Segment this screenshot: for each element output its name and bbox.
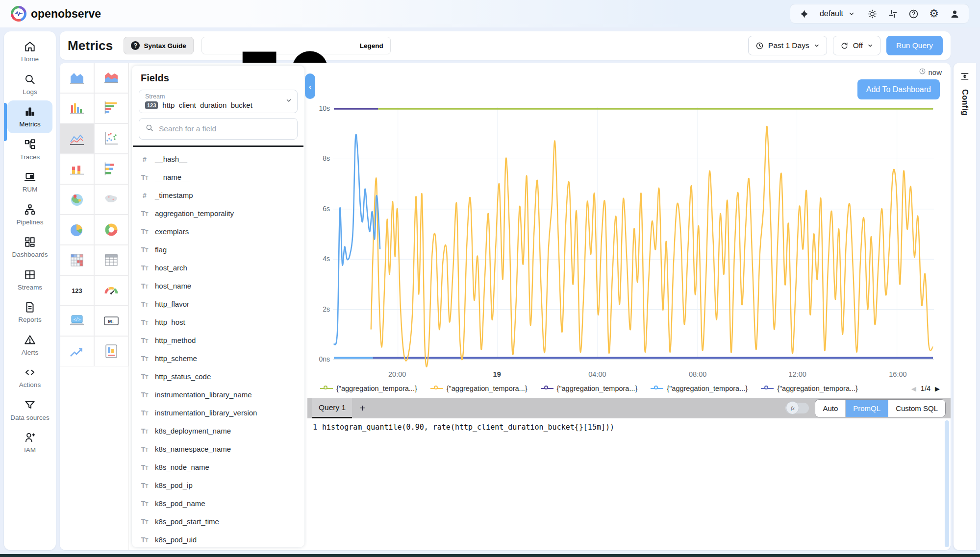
chart-type-donut-icon[interactable] — [94, 215, 128, 245]
sidebar-item-home[interactable]: Home — [4, 35, 56, 68]
chart-type-h-stacked-bar-icon[interactable] — [94, 154, 128, 184]
legend-item-1[interactable]: {"aggregation_tempora...} — [320, 385, 417, 392]
query-mode-auto[interactable]: Auto — [815, 400, 845, 417]
field-item-__hash__[interactable]: #__hash__ — [132, 150, 304, 168]
field-item-k8s_pod_uid[interactable]: TTk8s_pod_uid — [132, 531, 304, 547]
field-item-k8s_deployment_name[interactable]: TTk8s_deployment_name — [132, 422, 304, 440]
actions-icon — [24, 366, 36, 379]
field-item-k8s_pod_ip[interactable]: TTk8s_pod_ip — [132, 476, 304, 494]
field-item-http_flavor[interactable]: TThttp_flavor — [132, 295, 304, 313]
sidebar-item-traces[interactable]: Traces — [4, 133, 56, 166]
chart-type-html-icon[interactable]: </> — [60, 306, 94, 336]
user-avatar-icon[interactable] — [949, 8, 960, 19]
field-search[interactable] — [139, 118, 298, 140]
sidebar-item-metrics[interactable]: Metrics — [7, 100, 52, 133]
vrl-function-toggle[interactable]: fx — [785, 403, 809, 413]
legend-item-2[interactable]: {"aggregation_tempora...} — [430, 385, 528, 392]
sidebar-item-pipelines[interactable]: Pipelines — [4, 198, 56, 231]
field-item-instrumentation_library_name[interactable]: TTinstrumentation_library_name — [132, 386, 304, 404]
field-item-host_arch[interactable]: TThost_arch — [132, 259, 304, 277]
chart-type-world-map-icon[interactable] — [94, 184, 128, 215]
chart-type-gauge-icon[interactable] — [94, 275, 128, 306]
field-item-http_status_code[interactable]: TThttp_status_code — [132, 367, 304, 386]
sidebar-item-logs[interactable]: Logs — [4, 68, 56, 101]
query-mode-custom-sql[interactable]: Custom SQL — [888, 400, 945, 417]
field-item-k8s_node_name[interactable]: TTk8s_node_name — [132, 458, 304, 476]
chart-type-trend-icon[interactable] — [60, 336, 94, 366]
field-search-input[interactable] — [159, 124, 291, 133]
field-item-k8s_namespace_name[interactable]: TTk8s_namespace_name — [132, 440, 304, 458]
chart-type-stacked-bar-icon[interactable] — [60, 154, 94, 184]
field-item-host_name[interactable]: TThost_name — [132, 277, 304, 295]
sidebar-item-dashboards[interactable]: Dashboards — [4, 231, 56, 264]
editor-scrollbar[interactable] — [945, 420, 949, 547]
field-item-_timestamp[interactable]: #_timestamp — [132, 186, 304, 204]
config-panel-tab[interactable]: Config — [954, 63, 976, 550]
text-field-icon: TT — [140, 463, 150, 471]
sidebar-item-label: Logs — [23, 88, 37, 96]
gear-icon[interactable]: ⚙ — [929, 8, 939, 19]
sidebar-item-iam[interactable]: IAM — [4, 426, 56, 459]
legend-button[interactable]: Legend — [201, 37, 391, 54]
stream-select-value: http_client_duration_bucket — [162, 101, 252, 109]
legend-prev-icon[interactable]: ◀ — [911, 385, 916, 392]
y-tick-label: 8s — [307, 154, 330, 162]
chart-type-metric-icon[interactable]: 123 — [60, 275, 94, 306]
chart-type-area-stacked-icon[interactable] — [94, 63, 128, 93]
chart-type-geomap-icon[interactable] — [60, 184, 94, 215]
syntax-guide-button[interactable]: ? Syntax Guide — [124, 37, 193, 54]
chart-type-bar-icon[interactable] — [60, 93, 94, 123]
sidebar-item-alerts[interactable]: Alerts — [4, 329, 56, 362]
theme-light-icon[interactable] — [867, 8, 878, 19]
chart-type-custom-chart-icon[interactable] — [94, 336, 128, 366]
query-editor[interactable]: 1 histogram_quantile(0.90, rate(http_cli… — [307, 418, 951, 550]
add-to-dashboard-button[interactable]: Add To Dashboard — [857, 79, 940, 99]
sidebar-item-actions[interactable]: Actions — [4, 361, 56, 394]
run-query-button[interactable]: Run Query — [886, 36, 943, 55]
legend-item-5[interactable]: {"aggregation_tempora...} — [761, 385, 858, 392]
legend-item-3[interactable]: {"aggregation_tempora...} — [541, 385, 638, 392]
chart-type-area-icon[interactable] — [60, 63, 94, 93]
field-item-http_host[interactable]: TThttp_host — [132, 313, 304, 331]
field-item-http_method[interactable]: TThttp_method — [132, 331, 304, 349]
chart-type-pie-icon[interactable] — [60, 215, 94, 245]
y-tick-label: 6s — [307, 205, 330, 213]
stream-select[interactable]: Stream 123 http_client_duration_bucket — [139, 90, 298, 113]
chart-type-markdown-icon[interactable]: M↓ — [94, 306, 128, 336]
legend-next-icon[interactable]: ▶ — [935, 385, 940, 392]
sidebar-item-streams[interactable]: Streams — [4, 264, 56, 296]
field-item-k8s_pod_start_time[interactable]: TTk8s_pod_start_time — [132, 512, 304, 531]
chart-type-scatter-icon[interactable] — [94, 123, 128, 154]
query-tab-1[interactable]: Query 1 — [312, 398, 352, 418]
sidebar-item-rum[interactable]: RUM — [4, 166, 56, 198]
text-field-icon: TT — [140, 355, 150, 363]
time-range-select[interactable]: Past 1 Days — [748, 36, 827, 55]
chart-type-line-icon[interactable] — [60, 123, 94, 154]
field-item-exemplars[interactable]: TTexemplars — [132, 222, 304, 241]
chart-type-heatmap-icon[interactable] — [60, 245, 94, 275]
query-mode-promql[interactable]: PromQL — [845, 400, 888, 417]
chart-type-h-bar-icon[interactable] — [94, 93, 128, 123]
add-query-tab-button[interactable]: + — [352, 402, 373, 414]
legend-item-label: {"aggregation_tempora...} — [336, 385, 417, 392]
field-item-flag[interactable]: TTflag — [132, 241, 304, 259]
time-series-chart[interactable]: 0ns2s4s6s8s10s 20:001904:0008:0012:0016:… — [307, 103, 942, 367]
sidebar-item-label: Actions — [19, 381, 41, 389]
legend-item-4[interactable]: {"aggregation_tempora...} — [651, 385, 748, 392]
sidebar-item-reports[interactable]: Reports — [4, 296, 56, 329]
field-item-__name__[interactable]: TT__name__ — [132, 168, 304, 186]
sidebar-item-data-sources[interactable]: Data sources — [4, 394, 56, 427]
field-item-instrumentation_library_version[interactable]: TTinstrumentation_library_version — [132, 404, 304, 422]
chart-canvas[interactable] — [333, 103, 934, 367]
field-item-k8s_pod_name[interactable]: TTk8s_pod_name — [132, 494, 304, 512]
auto-refresh-select[interactable]: Off — [833, 36, 880, 55]
field-item-aggregation_temporality[interactable]: TTaggregation_temporality — [132, 204, 304, 222]
help-icon[interactable] — [908, 8, 919, 19]
collapse-fields-button[interactable]: ‹ — [305, 73, 315, 99]
field-item-http_scheme[interactable]: TThttp_scheme — [132, 349, 304, 367]
org-selector[interactable]: default — [820, 8, 857, 19]
chart-type-table-icon[interactable] — [94, 245, 128, 275]
field-name: k8s_pod_ip — [155, 481, 193, 489]
sparkle-icon[interactable] — [799, 8, 810, 19]
slack-icon[interactable] — [887, 8, 898, 19]
